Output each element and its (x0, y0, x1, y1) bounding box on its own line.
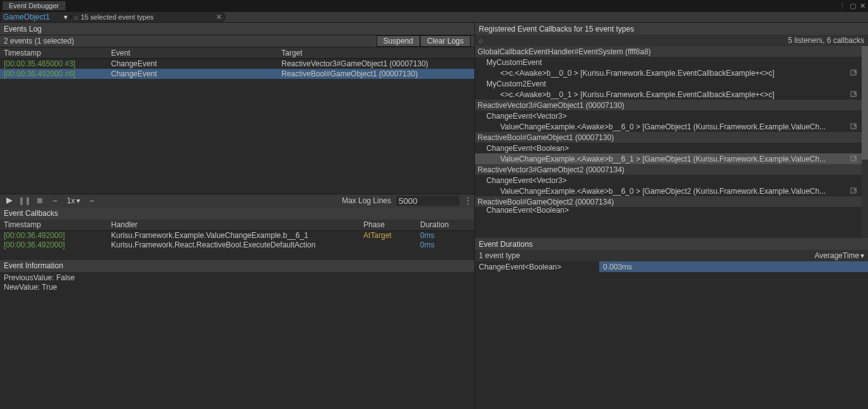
playback-toolbar: ❚❚ – 1x▾ – Max Log Lines ⋮ (0, 194, 474, 208)
object-field-value: GameObject1 (3, 13, 50, 21)
durations-header: Event Durations (475, 238, 868, 250)
object-field[interactable]: GameObject1 ▾ (0, 11, 71, 23)
events-log-header: Events Log (0, 23, 474, 35)
close-icon[interactable]: ✕ (860, 2, 865, 10)
suspend-button[interactable]: Suspend (377, 35, 420, 47)
event-info-header: Event Information (0, 260, 474, 272)
tree-event[interactable]: ChangeEvent<Vector3> (475, 110, 868, 121)
tree-callback[interactable]: <>c.<Awake>b__0_1 > [Kurisu.Framework.Ex… (475, 89, 868, 100)
window-tab[interactable]: Event Debugger (3, 1, 66, 10)
log-row[interactable]: [00:00:36.492000 #6]ChangeEventReactiveB… (0, 69, 474, 79)
cb-col-handler[interactable]: Handler (107, 220, 360, 229)
callback-row[interactable]: [00:00:36.492000]Kurisu.Framework.Exampl… (0, 231, 474, 240)
dropdown-icon: ▾ (64, 13, 67, 21)
svg-marker-0 (6, 198, 13, 204)
info-previous: PreviousValue: False (4, 273, 471, 283)
speed-dropdown[interactable]: 1x▾ (63, 196, 84, 205)
callback-row[interactable]: [00:00:36.492000]Kurisu.Framework.React.… (0, 240, 474, 250)
events-log-status: 2 events (1 selected) (4, 37, 74, 45)
speed-down-button[interactable]: – (48, 195, 62, 206)
svg-rect-1 (37, 198, 42, 203)
max-log-lines-label: Max Log Lines (342, 196, 391, 205)
clear-logs-button[interactable]: Clear Logs (420, 35, 471, 47)
tree-callback[interactable]: ValueChangeExample.<Awake>b__6_0 > [Game… (475, 186, 868, 196)
menu-icon[interactable]: ⋮ (839, 2, 846, 10)
callbacks-columns: Timestamp Handler Phase Duration (0, 220, 474, 231)
col-event[interactable]: Event (107, 49, 278, 57)
col-timestamp[interactable]: Timestamp (0, 49, 107, 57)
event-type-search[interactable]: ⌕ 15 selected event types ✕ (71, 11, 225, 23)
tree-event[interactable]: ChangeEvent<Vector3> (475, 175, 868, 186)
svg-rect-5 (851, 156, 856, 161)
tree-callback[interactable]: ValueChangeExample.<Awake>b__6_1 > [Game… (475, 153, 868, 164)
log-row[interactable]: [00:00:35.465000 #3]ChangeEventReactiveV… (0, 59, 474, 69)
svg-rect-2 (851, 70, 856, 75)
open-icon[interactable] (850, 123, 858, 131)
scrollbar-thumb[interactable] (862, 46, 868, 160)
cb-col-dur[interactable]: Duration (416, 220, 474, 229)
cb-col-ts[interactable]: Timestamp (0, 220, 107, 229)
durations-subheader: 1 event type AverageTime▾ (475, 250, 868, 261)
tree-event[interactable]: ChangeEvent<Boolean> (475, 143, 868, 153)
tree-listener[interactable]: ReactiveBool#GameObject1 (00007130) (475, 132, 868, 143)
stop-button[interactable] (33, 195, 47, 206)
clear-search-icon[interactable]: ✕ (216, 13, 222, 21)
scrollbar[interactable] (862, 46, 868, 238)
registered-search-row: ⌕ 5 listeners, 6 callbacks (475, 35, 868, 46)
svg-rect-4 (851, 124, 856, 129)
maximize-icon[interactable]: ▢ (850, 2, 856, 10)
menu-icon[interactable]: ⋮ (464, 196, 472, 205)
search-text: 15 selected event types (81, 13, 213, 21)
registered-tree: GlobalCallbackEventHandler#EventSystem (… (475, 46, 868, 238)
tree-listener[interactable]: ReactiveBool#GameObject2 (00007134) (475, 196, 868, 207)
open-icon[interactable] (850, 155, 858, 163)
tree-event[interactable]: MyCustom2Event (475, 78, 868, 89)
durations-sort[interactable]: AverageTime▾ (814, 251, 864, 260)
tree-event[interactable]: MyCustomEvent (475, 57, 868, 68)
svg-rect-3 (851, 92, 856, 97)
tree-listener[interactable]: ReactiveVector3#GameObject1 (00007130) (475, 100, 868, 110)
open-icon[interactable] (850, 91, 858, 98)
events-log-body: [00:00:35.465000 #3]ChangeEventReactiveV… (0, 59, 474, 194)
tree-callback[interactable]: ValueChangeExample.<Awake>b__6_0 > [Game… (475, 121, 868, 132)
callbacks-body: [00:00:36.492000]Kurisu.Framework.Exampl… (0, 231, 474, 260)
search-icon: ⌕ (74, 13, 78, 21)
tree-listener[interactable]: GlobalCallbackEventHandler#EventSystem (… (475, 46, 868, 57)
play-button[interactable] (3, 195, 16, 206)
event-info-body: PreviousValue: False NewValue: True (0, 272, 474, 410)
cb-col-phase[interactable]: Phase (360, 220, 416, 229)
col-target[interactable]: Target (278, 49, 474, 57)
events-log-columns: Timestamp Event Target (0, 47, 474, 59)
tree-event[interactable]: ChangeEvent<Boolean> (475, 207, 868, 213)
speed-up-button[interactable]: – (85, 195, 99, 206)
tree-callback[interactable]: <>c.<Awake>b__0_0 > [Kurisu.Framework.Ex… (475, 68, 868, 78)
registered-header: Registered Event Callbacks for 15 event … (475, 23, 868, 35)
pause-button[interactable]: ❚❚ (18, 195, 32, 206)
duration-row[interactable]: ChangeEvent<Boolean>0.003ms (475, 261, 868, 272)
event-callbacks-header: Event Callbacks (0, 208, 474, 220)
svg-rect-6 (851, 188, 856, 193)
open-icon[interactable] (850, 69, 858, 77)
info-new: NewValue: True (4, 283, 471, 292)
registered-meta: 5 listeners, 6 callbacks (788, 36, 864, 45)
tree-listener[interactable]: ReactiveVector3#GameObject2 (00007134) (475, 164, 868, 175)
max-log-lines-input[interactable] (396, 196, 459, 206)
durations-body: ChangeEvent<Boolean>0.003ms (475, 261, 868, 409)
open-icon[interactable] (850, 187, 858, 195)
search-icon[interactable]: ⌕ (479, 36, 483, 45)
